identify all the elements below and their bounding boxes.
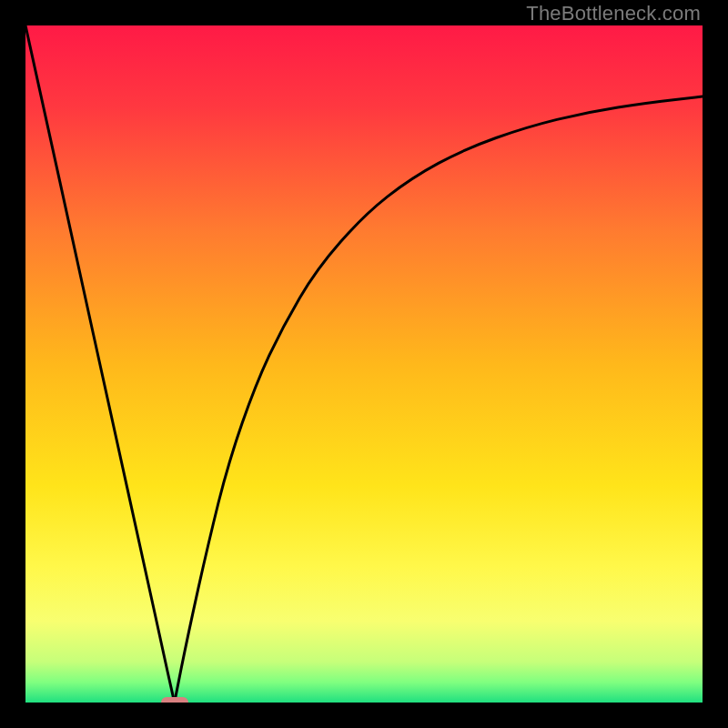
svg-rect-0 (25, 25, 703, 703)
gradient-background (25, 25, 703, 703)
plot-area (25, 25, 703, 703)
watermark-text: TheBottleneck.com (526, 2, 701, 25)
chart-container: TheBottleneck.com (0, 0, 728, 728)
marker-dot (161, 697, 188, 703)
